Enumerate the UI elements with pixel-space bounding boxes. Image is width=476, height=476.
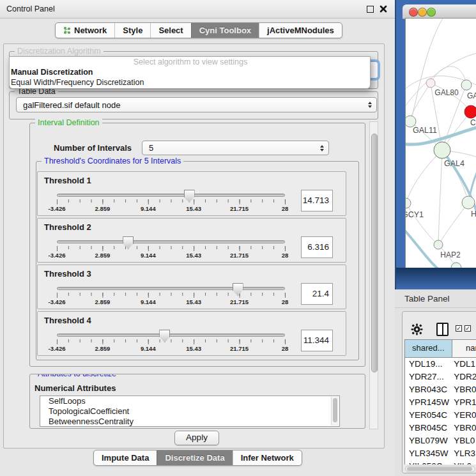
table-row[interactable]: YBL079WYBL0 bbox=[405, 434, 476, 447]
network-node[interactable] bbox=[406, 198, 411, 208]
float-window-icon[interactable] bbox=[367, 6, 374, 13]
zoom-traffic-light[interactable] bbox=[427, 8, 436, 17]
panel-title: Control Panel bbox=[6, 4, 55, 13]
list-scrollbar[interactable] bbox=[331, 397, 339, 426]
threshold-slider[interactable]: -3.4262.8599.14415.4321.71528 bbox=[57, 283, 285, 307]
list-scrollbar-thumb[interactable] bbox=[333, 398, 337, 422]
split-table-icon[interactable] bbox=[436, 323, 449, 336]
tab-impute-data[interactable]: Impute Data bbox=[94, 450, 157, 465]
threshold-slider[interactable]: -3.4262.8599.14415.4321.71528 bbox=[57, 330, 285, 354]
dropdown-placeholder-item[interactable]: Select algorithm to view settings bbox=[10, 57, 370, 67]
tab-style[interactable]: Style bbox=[114, 23, 150, 38]
slider-track[interactable] bbox=[57, 194, 285, 197]
cell-name[interactable]: YER0 bbox=[452, 409, 476, 422]
network-edge[interactable] bbox=[442, 150, 468, 203]
tab-cyni-toolbox[interactable]: Cyni Toolbox bbox=[191, 23, 259, 38]
table-row[interactable]: YIL052CYIL0 bbox=[405, 460, 476, 464]
column-header-name[interactable]: name bbox=[452, 340, 476, 357]
tab-select[interactable]: Select bbox=[150, 23, 190, 38]
cell-name[interactable]: YDR2 bbox=[452, 371, 476, 383]
tab-network[interactable]: Network bbox=[56, 23, 114, 38]
gear-icon[interactable] bbox=[411, 323, 423, 335]
network-node[interactable] bbox=[464, 105, 476, 118]
cell-name[interactable]: YBR0 bbox=[452, 383, 476, 396]
scrollbar-thumb[interactable] bbox=[371, 134, 378, 372]
close-icon[interactable] bbox=[380, 5, 387, 13]
dropdown-item-equal-width-frequency[interactable]: Equal Width/Frequency Discretization bbox=[10, 77, 370, 88]
network-window-titlebar[interactable] bbox=[403, 4, 476, 19]
column-header-shared-name[interactable]: shared... bbox=[405, 340, 452, 357]
table-row[interactable]: YPR145WYPR1 bbox=[405, 396, 476, 409]
cell-name[interactable]: YIL0 bbox=[452, 460, 476, 464]
threshold-value-field[interactable]: 11.344 bbox=[301, 330, 333, 351]
cell-shared-name[interactable]: YIL052C bbox=[405, 460, 452, 464]
cell-shared-name[interactable]: YPR145W bbox=[405, 396, 452, 409]
network-edge[interactable] bbox=[438, 150, 442, 245]
network-edge[interactable] bbox=[411, 19, 447, 119]
threshold-slider[interactable]: -3.4262.8599.14415.4321.71528 bbox=[57, 236, 285, 261]
network-edge[interactable] bbox=[438, 203, 468, 245]
dropdown-item-manual-discretization[interactable]: Manual Discretization bbox=[10, 67, 370, 77]
table-row[interactable]: YBR043CYBR0 bbox=[405, 383, 476, 396]
network-canvas[interactable]: GAL80GACGAL11GAL4GCY1HHAP2 bbox=[406, 19, 476, 268]
tab-infer-network[interactable]: Infer Network bbox=[233, 450, 302, 465]
network-node[interactable] bbox=[426, 79, 435, 88]
cell-shared-name[interactable]: YBR045C bbox=[405, 422, 452, 434]
node-table[interactable]: shared... name YDL19...YDL1YDR27...YDR2Y… bbox=[404, 339, 476, 464]
numerical-attributes-list[interactable]: SelfLoopsTopologicalCoefficientBetweenne… bbox=[40, 395, 340, 427]
attribute-list-item[interactable]: BetweennessCentrality bbox=[40, 417, 339, 427]
tick-label: 2.859 bbox=[95, 298, 111, 305]
network-node[interactable] bbox=[461, 80, 472, 90]
tab-jactivemnodules[interactable]: jActiveMNodules bbox=[259, 23, 342, 38]
checkbox-icon[interactable] bbox=[464, 325, 471, 332]
close-traffic-light[interactable] bbox=[409, 8, 418, 17]
cell-shared-name[interactable]: YDR27... bbox=[405, 371, 452, 383]
network-edge[interactable] bbox=[410, 83, 431, 121]
cell-shared-name[interactable]: YLR345W bbox=[405, 447, 452, 460]
cell-name[interactable]: YLR3 bbox=[452, 447, 476, 460]
minimize-traffic-light[interactable] bbox=[418, 8, 427, 17]
slider-track[interactable] bbox=[57, 334, 285, 337]
threshold-value-field[interactable]: 14.713 bbox=[301, 190, 333, 211]
apply-button[interactable]: Apply bbox=[174, 431, 219, 445]
table-row[interactable]: YDL19...YDL1 bbox=[405, 358, 476, 371]
number-of-intervals-select[interactable]: 5 bbox=[142, 141, 329, 155]
vertical-scrollbar[interactable] bbox=[369, 121, 378, 429]
cell-name[interactable]: YBL0 bbox=[452, 434, 476, 447]
table-data-select[interactable]: galFiltered.sif default node bbox=[16, 97, 377, 112]
network-node[interactable] bbox=[451, 263, 461, 268]
cell-shared-name[interactable]: YBL079W bbox=[405, 434, 452, 447]
threshold-slider[interactable]: -3.4262.8599.14415.4321.71528 bbox=[57, 190, 285, 214]
network-edge[interactable] bbox=[406, 150, 442, 203]
cell-name[interactable]: YBR0 bbox=[452, 422, 476, 434]
network-edge[interactable] bbox=[431, 66, 466, 85]
table-body: YDL19...YDL1YDR27...YDR2YBR043CYBR0YPR14… bbox=[405, 358, 476, 464]
attribute-list-item[interactable]: SelfLoops bbox=[40, 396, 339, 406]
checkbox-icon[interactable] bbox=[456, 325, 462, 332]
threshold-panel: Threshold 2 -3.4262.8599.14415.4321.7152… bbox=[37, 218, 346, 263]
tick-label: -3.426 bbox=[49, 345, 66, 352]
network-node[interactable] bbox=[434, 240, 443, 249]
cell-shared-name[interactable]: YDL19... bbox=[405, 358, 452, 371]
network-node-label: GAL80 bbox=[434, 88, 459, 97]
network-node-label: GCY1 bbox=[406, 210, 424, 219]
cell-name[interactable]: YPR1 bbox=[452, 396, 476, 409]
horizontal-scrollbar[interactable] bbox=[405, 466, 475, 472]
slider-track[interactable] bbox=[57, 287, 285, 290]
scrollbar-thumb[interactable] bbox=[407, 467, 472, 471]
attribute-list-item[interactable]: TopologicalCoefficient bbox=[40, 406, 339, 417]
table-row[interactable]: YBR045CYBR0 bbox=[405, 422, 476, 434]
table-row[interactable]: YLR345WYLR3 bbox=[405, 447, 476, 460]
cell-name[interactable]: YDL1 bbox=[452, 358, 476, 371]
threshold-value-field[interactable]: 6.316 bbox=[301, 236, 333, 258]
network-node[interactable] bbox=[462, 196, 475, 209]
network-node[interactable] bbox=[434, 142, 450, 158]
tab-discretize-data[interactable]: Discretize Data bbox=[157, 450, 232, 465]
table-row[interactable]: YDR27...YDR2 bbox=[405, 371, 476, 383]
threshold-value-field[interactable]: 21.4 bbox=[301, 283, 333, 305]
cell-shared-name[interactable]: YBR043C bbox=[405, 383, 452, 396]
stepper-arrows-icon bbox=[368, 102, 372, 108]
cell-shared-name[interactable]: YER054C bbox=[405, 409, 452, 422]
table-row[interactable]: YER054CYER0 bbox=[405, 409, 476, 422]
slider-track[interactable] bbox=[57, 240, 285, 243]
